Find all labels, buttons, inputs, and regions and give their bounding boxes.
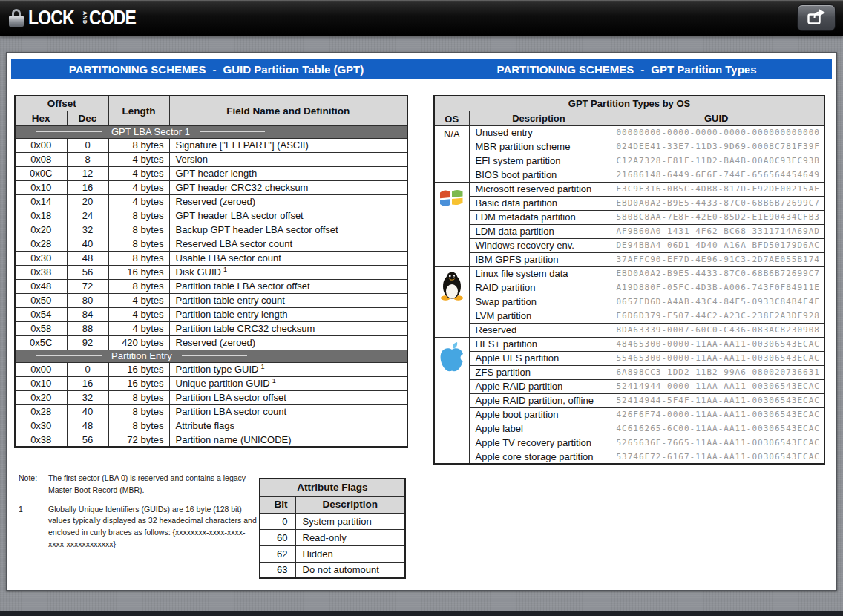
partition-guid-cell: 21686148-6449-6E6F-744E-656564454649 <box>609 168 824 182</box>
partition-description-cell: Apple RAID partition <box>469 379 609 393</box>
partition-type-row: N/AUnused entry00000000-0000-0000-0000-0… <box>434 125 824 140</box>
partition-description-cell: BIOS boot partition <box>469 168 609 182</box>
partition-description-cell: Basic data partition <box>469 196 609 210</box>
flag-description-cell: Hidden <box>295 545 405 562</box>
partition-guid-cell: 52414944-5F4F-11AA-AA11-00306543ECAC <box>609 393 824 407</box>
offset-hex-cell: 0x48 <box>15 279 67 293</box>
partition-description-cell: Apple UFS partition <box>469 351 609 365</box>
partition-description-cell: Unused entry <box>469 125 609 140</box>
length-cell: 8 bytes <box>108 390 169 404</box>
length-cell: 16 bytes <box>108 265 169 279</box>
partition-description-cell: ZFS partition <box>469 365 609 379</box>
partition-type-row: Reserved8DA63339-0007-60C0-C436-083AC823… <box>434 323 824 337</box>
length-cell: 16 bytes <box>108 376 169 390</box>
partition-type-row: Apple TV recovery partition5265636F-7665… <box>434 436 824 450</box>
partition-description-cell: Windows recovery env. <box>469 238 609 252</box>
offset-hex-cell: 0x50 <box>15 293 67 307</box>
field-column-header: Field Name and Definition <box>169 96 407 125</box>
padlock-icon <box>9 9 24 27</box>
partition-type-row: RAID partitionA19D880F-05FC-4D3B-A006-74… <box>434 281 824 295</box>
partition-guid-cell: 8DA63339-0007-60C0-C436-083AC8230908 <box>609 323 824 337</box>
length-cell: 16 bytes <box>108 362 169 376</box>
offset-dec-cell: 20 <box>67 194 108 209</box>
length-cell: 4 bytes <box>108 307 169 321</box>
partition-type-row: Apple label4C616265-6C00-11AA-AA11-00306… <box>434 422 824 436</box>
offset-hex-cell: 0x10 <box>15 376 67 390</box>
gpt-field-row: 0x20328 bytesPartition LBA sector offset <box>15 390 407 404</box>
offset-hex-cell: 0x5C <box>15 335 67 350</box>
partition-description-cell: Apple RAID partition, offline <box>469 393 609 407</box>
offset-hex-cell: 0x54 <box>15 307 67 321</box>
linux-tux-icon <box>439 271 465 303</box>
offset-dec-cell: 32 <box>67 223 108 237</box>
offset-dec-cell: 40 <box>67 237 108 251</box>
flag-description-cell: Read-only <box>295 529 405 545</box>
footnote-ref: 1 <box>223 266 227 273</box>
offset-hex-cell: 0x28 <box>15 404 67 419</box>
logo-text-and: AND <box>82 11 88 24</box>
attribute-flag-row: 63Do not automount <box>260 562 405 578</box>
left-page-title: PARTITIONING SCHEMES - GUID Partition Ta… <box>11 59 422 79</box>
types-table-body: N/AUnused entry00000000-0000-0000-0000-0… <box>434 125 824 464</box>
gpt-field-row: 0x00016 bytesPartition type GUID1 <box>15 362 407 376</box>
partition-type-row: HFS+ partition48465300-0000-11AA-AA11-00… <box>434 337 824 351</box>
field-name-cell: Signature ["EFI PART"] (ASCII) <box>169 138 407 152</box>
content-sheet: PARTITIONING SCHEMES - GUID Partition Ta… <box>6 52 837 591</box>
offset-hex-cell: 0x10 <box>15 180 67 194</box>
footnotes: Note:The first sector (LBA 0) is reserve… <box>19 473 258 558</box>
partition-type-row: Apple core storage partition53746F72-616… <box>434 450 824 464</box>
left-title-prefix: PARTITIONING SCHEMES <box>69 63 206 76</box>
offset-dec-cell: 24 <box>67 209 108 223</box>
app-background: LOCK AND CODE PARTITIONING SCHEMES - GUI… <box>0 0 843 616</box>
offset-hex-cell: 0x38 <box>15 433 67 447</box>
partition-type-row: Apple RAID partition52414944-0000-11AA-A… <box>434 379 824 393</box>
os-cell <box>434 266 469 337</box>
right-page-title: PARTITIONING SCHEMES - GPT Partition Typ… <box>422 59 832 79</box>
length-cell: 4 bytes <box>108 321 169 335</box>
gpt-field-row: 0x18248 bytesGPT header LBA sector offse… <box>15 209 407 223</box>
footnote-text: Globally Unique Identifiers (GUIDs) are … <box>48 504 258 551</box>
page-title-bar: PARTITIONING SCHEMES - GUID Partition Ta… <box>11 59 832 79</box>
partition-guid-cell: 55465300-0000-11AA-AA11-00306543ECAC <box>609 351 824 365</box>
field-name-cell: GPT header length <box>169 166 407 180</box>
right-title-name: GPT Partition Types <box>651 63 756 76</box>
gpt-field-row: 0x58884 bytesPartition table CRC32 check… <box>15 321 407 335</box>
partition-type-row: MBR partition scheme024DEE41-33E7-11D3-9… <box>434 140 824 154</box>
length-cell: 8 bytes <box>108 209 169 223</box>
share-button[interactable] <box>797 4 836 31</box>
partition-type-row: Linux file system dataEBD0A0A2-B9E5-4433… <box>434 266 824 281</box>
attribute-flag-row: 0System partition <box>260 513 405 529</box>
field-name-cell: Partition table LBA sector offset <box>169 279 407 293</box>
offset-hex-cell: 0x58 <box>15 321 67 335</box>
length-cell: 8 bytes <box>108 251 169 265</box>
description-column-header: Description <box>469 111 609 125</box>
offset-dec-cell: 40 <box>67 404 108 419</box>
gpt-field-row: 0x385616 bytesDisk GUID1 <box>15 265 407 279</box>
offset-hex-cell: 0x20 <box>15 390 67 404</box>
partition-guid-cell: 48465300-0000-11AA-AA11-00306543ECAC <box>609 337 824 351</box>
windows-logo-icon <box>438 186 465 213</box>
partition-type-row: Basic data partitionEBD0A0A2-B9E5-4433-8… <box>434 196 824 210</box>
gpt-field-row: 0x30488 bytesUsable LBA sector count <box>15 251 407 265</box>
partition-guid-cell: EBD0A0A2-B9E5-4433-87C0-68B6B72699C7 <box>609 266 824 281</box>
offset-dec-cell: 0 <box>67 138 108 152</box>
partition-guid-cell: 5808C8AA-7E8F-42E0-85D2-E1E90434CFB3 <box>609 210 824 224</box>
offset-dec-cell: 48 <box>67 419 108 433</box>
logo-text-lock: LOCK <box>28 6 74 30</box>
field-name-cell: Reserved (zeroed) <box>169 335 407 350</box>
field-name-cell: GPT header CRC32 checksum <box>169 180 407 194</box>
partition-type-row: LVM partitionE6D6D379-F507-44C2-A23C-238… <box>434 309 824 323</box>
partition-guid-cell: 00000000-0000-0000-0000-000000000000 <box>609 125 824 140</box>
offset-dec-cell: 92 <box>67 335 108 350</box>
partition-guid-cell: 6A898CC3-1DD2-11B2-99A6-080020736631 <box>609 365 824 379</box>
offset-dec-cell: 8 <box>67 152 108 166</box>
partition-description-cell: Apple boot partition <box>469 407 609 422</box>
partition-guid-cell: 4C616265-6C00-11AA-AA11-00306543ECAC <box>609 422 824 436</box>
length-cell: 8 bytes <box>108 419 169 433</box>
partition-description-cell: Microsoft reserved partition <box>469 182 609 196</box>
os-cell <box>434 182 469 266</box>
length-cell: 8 bytes <box>108 279 169 293</box>
partition-description-cell: LDM metadata partition <box>469 210 609 224</box>
field-name-cell: Backup GPT header LBA sector offset <box>169 223 407 237</box>
bit-cell: 63 <box>260 562 295 578</box>
